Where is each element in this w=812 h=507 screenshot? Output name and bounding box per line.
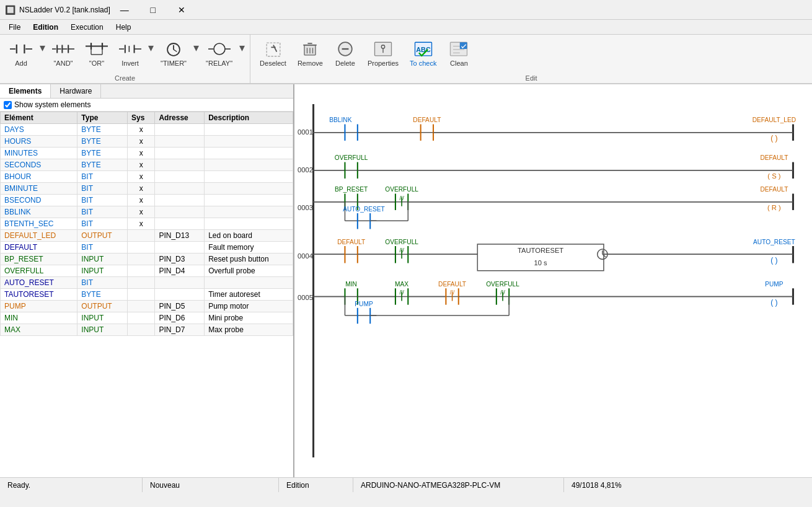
timer-button[interactable]: "TIMER" [156, 35, 191, 72]
svg-text:/|/: /|/ [399, 195, 404, 201]
window-controls: — □ ✕ [110, 0, 196, 20]
tab-hardware[interactable]: Hardware [51, 84, 101, 98]
menu-help[interactable]: Help [110, 22, 138, 33]
menu-file[interactable]: File [2, 22, 27, 33]
cell-sys [127, 265, 154, 277]
svg-text:( S ): ( S ) [767, 172, 780, 180]
cell-sys: x [127, 136, 154, 148]
cell-address [155, 289, 205, 301]
cell-type: BIT [77, 218, 128, 230]
svg-text:( ): ( ) [770, 298, 778, 307]
maximize-button[interactable]: □ [139, 0, 167, 20]
tocheck-label: To check [410, 60, 436, 67]
invert-label: Invert [121, 60, 139, 67]
cell-description: Mini probe [205, 312, 293, 324]
relay-dropdown-arrow[interactable]: ▾ [239, 41, 245, 66]
cell-description [205, 218, 293, 230]
svg-text:/|/: /|/ [399, 247, 404, 254]
table-row[interactable]: BBLINK BIT x [1, 206, 293, 218]
cell-address [155, 148, 205, 159]
cell-type: BIT [77, 242, 128, 254]
svg-text:OVERFULL: OVERFULL [385, 239, 418, 245]
status-ready: Ready. [0, 478, 143, 492]
invert-btn-group: Invert [115, 35, 146, 72]
menu-execution[interactable]: Execution [64, 22, 110, 33]
table-row[interactable]: DEFAULT_LED OUTPUT PIN_D13 Led on board [1, 230, 293, 242]
properties-button[interactable]: Properties [363, 35, 403, 72]
cell-type: BIT [77, 183, 128, 195]
rung-0004: 0004 DEFAULT OVERFULL /|/ [298, 239, 795, 271]
cell-address [155, 206, 205, 218]
clean-button[interactable]: Clean [443, 35, 474, 72]
cell-address: PIN_D7 [155, 324, 205, 336]
relay-button[interactable]: "RELAY" [201, 35, 237, 72]
cell-description: Fault memory [205, 242, 293, 254]
cell-type: BYTE [77, 148, 128, 159]
cell-sys [127, 254, 154, 265]
close-button[interactable]: ✕ [167, 0, 196, 20]
table-row[interactable]: DEFAULT BIT Fault memory [1, 242, 293, 254]
tocheck-button[interactable]: ABC To check [405, 35, 441, 72]
status-mode: Nouveau [143, 478, 279, 492]
svg-text:BBLINK: BBLINK [329, 117, 351, 123]
cell-element: DEFAULT_LED [1, 230, 77, 242]
add-label: Add [15, 60, 27, 67]
table-row[interactable]: MAX INPUT PIN_D7 Max probe [1, 324, 293, 336]
clean-label: Clean [450, 60, 468, 67]
show-system-row: Show system elements [0, 99, 293, 112]
table-row[interactable]: OVERFULL INPUT PIN_D4 Overfull probe [1, 265, 293, 277]
table-row[interactable]: SECONDS BYTE x [1, 159, 293, 171]
cell-sys: x [127, 148, 154, 159]
cell-address: PIN_D13 [155, 230, 205, 242]
cell-description [205, 148, 293, 159]
svg-rect-28 [267, 43, 280, 56]
table-row[interactable]: MINUTES BYTE x [1, 148, 293, 159]
svg-text:DEFAULT: DEFAULT [760, 186, 788, 193]
svg-text:( ): ( ) [770, 256, 778, 265]
table-row[interactable]: BTENTH_SEC BIT x [1, 218, 293, 230]
or-button[interactable]: "OR" [81, 35, 112, 72]
cell-type: BIT [77, 195, 128, 206]
svg-text:( R ): ( R ) [767, 204, 781, 211]
delete-button[interactable]: Delete [330, 35, 361, 72]
table-row[interactable]: DAYS BYTE x [1, 124, 293, 136]
ladder-panel: 0001 BBLINK DEFAULT [294, 84, 812, 477]
svg-text:10 s: 10 s [534, 259, 548, 267]
tab-elements[interactable]: Elements [0, 84, 51, 98]
delete-icon [334, 40, 356, 58]
table-row[interactable]: PUMP OUTPUT PIN_D5 Pump motor [1, 301, 293, 312]
tocheck-icon: ABC [412, 40, 435, 58]
menu-edition[interactable]: Edition [27, 22, 64, 33]
deselect-button[interactable]: Deselect [255, 35, 291, 72]
add-btn-group: Add [5, 35, 37, 72]
table-row[interactable]: BP_RESET INPUT PIN_D3 Reset push button [1, 254, 293, 265]
table-row[interactable]: MIN INPUT PIN_D6 Mini probe [1, 312, 293, 324]
invert-button[interactable]: Invert [115, 35, 146, 72]
table-row[interactable]: BHOUR BIT x [1, 171, 293, 183]
svg-text:OVERFULL: OVERFULL [335, 155, 368, 162]
rung-0001: 0001 BBLINK DEFAULT [298, 117, 796, 143]
show-system-checkbox[interactable] [4, 101, 12, 109]
add-button[interactable]: Add [5, 35, 37, 72]
minimize-button[interactable]: — [110, 0, 139, 20]
table-row[interactable]: BMINUTE BIT x [1, 183, 293, 195]
properties-icon [372, 40, 394, 58]
toolbar: Add ▾ "AND" [0, 35, 812, 84]
svg-point-26 [214, 43, 225, 55]
table-row[interactable]: AUTO_RESET BIT [1, 277, 293, 289]
cell-sys: x [127, 159, 154, 171]
svg-text:PUMP: PUMP [765, 281, 783, 288]
add-dropdown-arrow[interactable]: ▾ [40, 41, 45, 66]
timer-dropdown-arrow[interactable]: ▾ [193, 41, 199, 66]
invert-dropdown-arrow[interactable]: ▾ [148, 41, 154, 66]
and-button[interactable]: "AND" [48, 35, 79, 72]
cell-address [155, 218, 205, 230]
table-row[interactable]: TAUTORESET BYTE Timer autoreset [1, 289, 293, 301]
cell-address: PIN_D3 [155, 254, 205, 265]
timer-btn-group: "TIMER" [156, 35, 191, 72]
cell-description [205, 124, 293, 136]
remove-button[interactable]: Remove [293, 35, 327, 72]
table-row[interactable]: HOURS BYTE x [1, 136, 293, 148]
status-edition: Edition [279, 478, 353, 492]
table-row[interactable]: BSECOND BIT x [1, 195, 293, 206]
